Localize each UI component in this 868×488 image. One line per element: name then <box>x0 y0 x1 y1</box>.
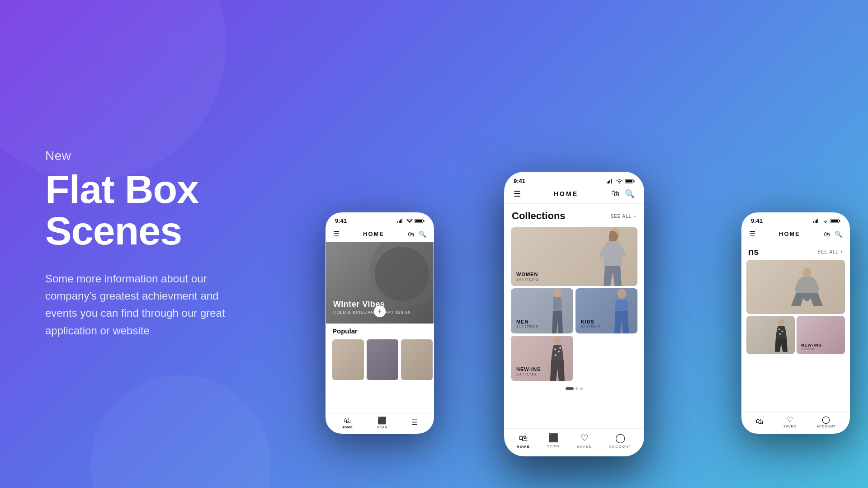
description: Some more information about our company'… <box>45 270 244 340</box>
search-icon-center[interactable]: 🔍 <box>625 189 635 199</box>
svg-rect-8 <box>608 181 609 183</box>
cart-icon-right[interactable]: 🛍 <box>824 230 830 238</box>
center-content: Collections SEE ALL + <box>505 204 644 428</box>
battery-icon-right <box>830 219 840 223</box>
nav-home-center[interactable]: 🛍 HOME <box>517 433 530 449</box>
search-icon-right[interactable]: 🔍 <box>835 230 842 238</box>
svg-rect-10 <box>611 179 612 183</box>
svg-rect-5 <box>424 220 425 222</box>
collection-large-right[interactable] <box>746 260 845 314</box>
scan-icon-center: ⬛ <box>548 433 558 443</box>
svg-rect-24 <box>815 221 816 223</box>
collection-men[interactable]: MEN 112 ITEMS <box>511 288 573 333</box>
nav-bar-left: ☰ HOME 🛍 🔍 <box>326 226 434 242</box>
nav-cart-right[interactable]: 🛍 <box>756 418 763 426</box>
bottom-nav-center: 🛍 HOME ⬛ SCAN ♡ SAVED ◯ ACCOUNT <box>505 428 644 456</box>
collection-bottom-left-right[interactable] <box>746 316 795 354</box>
nav-scan-left[interactable]: ⬛ SCAN <box>377 416 387 429</box>
nav-home-left[interactable]: 🛍 HOME <box>342 417 353 429</box>
svg-rect-29 <box>840 220 840 222</box>
svg-point-33 <box>778 328 780 330</box>
phones-section: 9:41 <box>280 0 868 488</box>
scan-icon-left: ⬛ <box>377 416 387 425</box>
wifi-icon-right <box>822 219 829 223</box>
cart-nav-icon-right: 🛍 <box>756 418 763 426</box>
signal-icon-center <box>607 179 614 183</box>
svg-point-34 <box>782 330 783 332</box>
svg-rect-30 <box>831 220 838 222</box>
bottom-nav-left: 🛍 HOME ⬛ SCAN ☰ <box>326 413 434 433</box>
svg-point-19 <box>554 348 556 350</box>
collection-newins-right[interactable]: NEW-INS 23 ITEMS <box>797 316 845 354</box>
dot-indicator <box>505 385 644 393</box>
svg-rect-14 <box>626 180 632 182</box>
status-bar-center: 9:41 <box>505 172 644 186</box>
svg-rect-25 <box>816 220 817 223</box>
phone-center-screen: 9:41 <box>505 172 644 456</box>
svg-point-11 <box>619 182 620 183</box>
product-card-3 <box>401 339 433 380</box>
hero-plus-btn[interactable]: + <box>374 305 386 317</box>
men-figure <box>539 288 573 333</box>
svg-point-17 <box>617 289 626 299</box>
phone-left: 9:41 <box>326 212 434 434</box>
headline: Flat Box Scenes <box>45 169 244 252</box>
svg-rect-0 <box>397 221 398 223</box>
svg-rect-13 <box>634 180 635 182</box>
more-icon-left: ☰ <box>411 418 418 427</box>
cart-icon-center[interactable]: 🛍 <box>611 189 619 199</box>
nav-account-center[interactable]: ◯ ACCOUNT <box>609 432 632 449</box>
signal-icon <box>397 219 405 223</box>
section-header-right: ns SEE ALL + <box>742 242 849 260</box>
see-all-right[interactable]: SEE ALL + <box>817 249 843 254</box>
status-bar-right: 9:41 <box>742 213 849 226</box>
svg-rect-26 <box>817 219 818 223</box>
women-figure <box>579 227 637 286</box>
saved-icon-center: ♡ <box>580 432 589 443</box>
saved-nav-icon-right: ♡ <box>787 415 793 424</box>
phone-right: 9:41 <box>741 212 850 434</box>
search-icon-left[interactable]: 🔍 <box>419 230 426 238</box>
nav-bar-right: ☰ HOME 🛍 🔍 <box>742 226 849 242</box>
svg-point-22 <box>559 347 561 349</box>
wifi-icon-center <box>616 179 623 183</box>
hero-banner-left: Winter Vibes COLD & BRILLIANT START $29.… <box>326 242 434 324</box>
left-section: New Flat Box Scenes Some more informatio… <box>0 113 280 375</box>
menu-icon-center[interactable]: ☰ <box>514 189 521 199</box>
collection-women[interactable]: WOMEN 247 ITEMS <box>511 227 637 286</box>
home-icon-center: 🛍 <box>519 433 528 443</box>
kids-figure <box>604 288 637 333</box>
hero-text-left: Winter Vibes COLD & BRILLIANT START $29.… <box>333 300 410 314</box>
collection-kids[interactable]: KIDS 62 ITEMS <box>576 288 638 333</box>
popular-section: Popular <box>326 324 434 337</box>
svg-point-31 <box>802 268 811 277</box>
menu-icon-right[interactable]: ☰ <box>749 230 755 238</box>
svg-point-16 <box>553 288 561 297</box>
menu-icon-left[interactable]: ☰ <box>333 230 340 238</box>
svg-point-32 <box>778 319 784 326</box>
sitting-woman-figure <box>782 260 845 314</box>
signal-icon-right <box>813 219 821 223</box>
collection-newins[interactable]: NEW-INS 23 ITEMS <box>511 336 573 381</box>
nav-more-left[interactable]: ☰ <box>411 418 418 427</box>
nav-saved-right[interactable]: ♡ SAVED <box>783 415 796 428</box>
nav-saved-center[interactable]: ♡ SAVED <box>577 432 592 449</box>
account-nav-icon-right: ◯ <box>822 415 830 424</box>
wifi-icon <box>406 219 413 223</box>
battery-icon <box>415 219 425 223</box>
svg-rect-7 <box>607 182 608 183</box>
see-all-btn[interactable]: SEE ALL + <box>610 214 637 219</box>
collections-grid-center: WOMEN 247 ITEMS <box>505 225 644 385</box>
svg-rect-1 <box>399 221 400 223</box>
nav-account-right[interactable]: ◯ ACCOUNT <box>817 415 836 428</box>
product-card-1 <box>332 339 364 380</box>
svg-rect-9 <box>609 180 610 183</box>
polka-woman-figure <box>765 316 795 354</box>
phone-right-screen: 9:41 <box>742 213 849 433</box>
nav-bar-center: ☰ HOME 🛍 🔍 <box>505 186 644 204</box>
phone-center: 9:41 <box>504 172 644 456</box>
cart-icon-left[interactable]: 🛍 <box>408 230 414 238</box>
bottom-nav-right: 🛍 ♡ SAVED ◯ ACCOUNT <box>742 412 849 433</box>
svg-rect-3 <box>401 219 402 223</box>
nav-scan-center[interactable]: ⬛ SCAN <box>547 433 560 448</box>
